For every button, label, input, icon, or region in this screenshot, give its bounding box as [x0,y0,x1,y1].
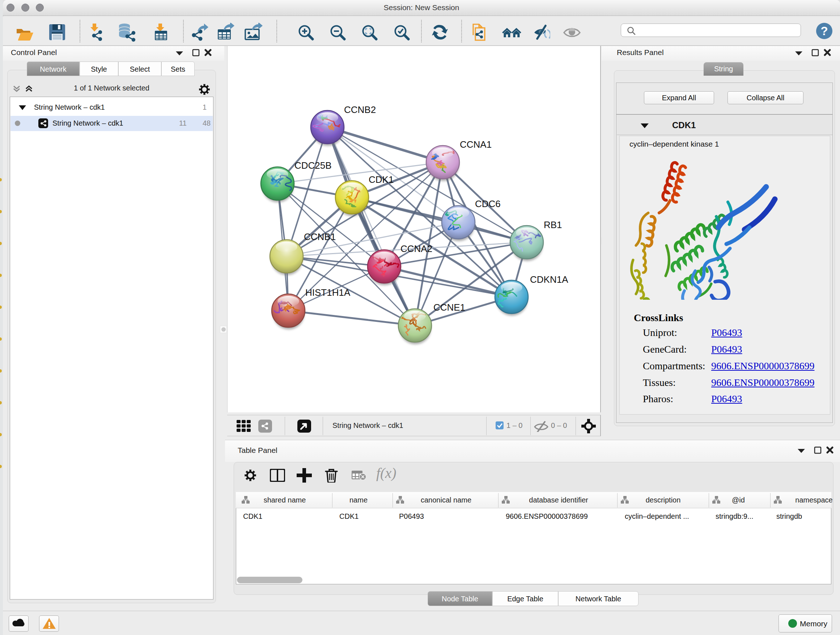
svg-text:CDC6: CDC6 [475,198,501,209]
svg-text:CCNB2: CCNB2 [344,104,376,115]
svg-text:CCNA1: CCNA1 [460,139,492,150]
svg-text:CDC25B: CDC25B [294,160,332,171]
svg-text:CDK1: CDK1 [369,174,393,185]
svg-text:RB1: RB1 [544,219,562,230]
svg-text:HIST1H1A: HIST1H1A [305,287,351,298]
svg-text:CDKN1A: CDKN1A [530,274,568,285]
svg-text:CCNB1: CCNB1 [304,231,336,242]
svg-text:CCNA2: CCNA2 [401,243,432,254]
svg-text:CCNE1: CCNE1 [433,302,465,313]
